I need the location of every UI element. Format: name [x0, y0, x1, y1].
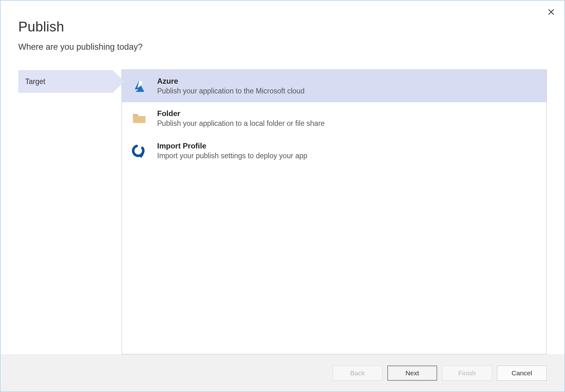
button-label: Finish [458, 369, 476, 377]
import-icon [130, 142, 148, 160]
folder-icon [130, 109, 148, 128]
option-desc: Import your publish settings to deploy y… [157, 152, 307, 160]
back-button[interactable]: Back [333, 366, 382, 381]
dialog-header: Publish Where are you publishing today? [1, 1, 564, 52]
next-button[interactable]: Next [387, 366, 437, 381]
step-label: Target [25, 77, 45, 86]
wizard-steps: Target [18, 70, 122, 354]
finish-button[interactable]: Finish [442, 366, 492, 381]
cancel-button[interactable]: Cancel [497, 366, 547, 381]
option-title: Azure [157, 77, 305, 86]
option-title: Import Profile [157, 142, 307, 150]
button-label: Next [405, 369, 419, 377]
publish-dialog: Publish Where are you publishing today? … [0, 0, 565, 392]
page-subtitle: Where are you publishing today? [18, 42, 547, 52]
step-target[interactable]: Target [18, 70, 113, 93]
option-desc: Publish your application to a local fold… [157, 119, 325, 128]
close-button[interactable] [545, 6, 557, 18]
option-text: Azure Publish your application to the Mi… [157, 77, 305, 95]
page-title: Publish [18, 19, 547, 35]
target-options-panel: Azure Publish your application to the Mi… [122, 70, 547, 354]
button-label: Back [350, 369, 365, 377]
option-folder[interactable]: Folder Publish your application to a loc… [122, 102, 546, 135]
close-icon [548, 8, 555, 15]
option-text: Import Profile Import your publish setti… [157, 142, 307, 160]
option-text: Folder Publish your application to a loc… [157, 109, 325, 128]
option-import-profile[interactable]: Import Profile Import your publish setti… [122, 135, 546, 167]
option-desc: Publish your application to the Microsof… [157, 87, 305, 95]
button-label: Cancel [511, 369, 532, 377]
dialog-body: Target Azure Publish your application to… [1, 52, 564, 354]
option-azure[interactable]: Azure Publish your application to the Mi… [122, 70, 546, 102]
option-title: Folder [157, 109, 325, 118]
azure-icon [130, 77, 148, 95]
dialog-footer: Back Next Finish Cancel [1, 354, 564, 391]
